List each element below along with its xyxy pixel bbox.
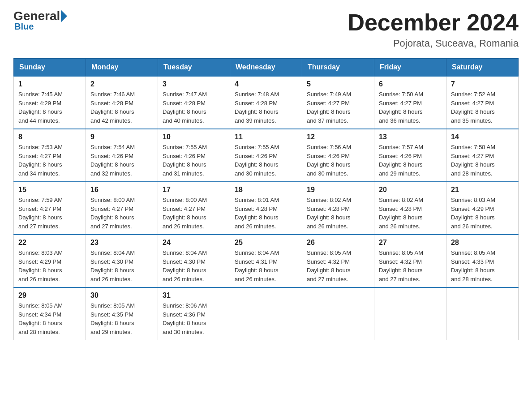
calendar-cell: 9Sunrise: 7:54 AMSunset: 4:26 PMDaylight… [86,129,158,182]
location-text: Pojorata, Suceava, Romania [348,38,519,49]
calendar-cell: 28Sunrise: 8:05 AMSunset: 4:33 PMDayligh… [446,235,519,287]
day-info: Sunrise: 7:52 AMSunset: 4:27 PMDaylight:… [451,90,514,125]
day-number: 12 [307,133,369,141]
day-info: Sunrise: 8:04 AMSunset: 4:31 PMDaylight:… [235,248,297,283]
calendar-week-1: 1Sunrise: 7:45 AMSunset: 4:29 PMDaylight… [14,76,519,129]
calendar-cell: 4Sunrise: 7:48 AMSunset: 4:28 PMDaylight… [230,76,302,129]
day-number: 17 [163,186,225,194]
day-info: Sunrise: 7:47 AMSunset: 4:28 PMDaylight:… [163,90,225,125]
day-info: Sunrise: 8:04 AMSunset: 4:30 PMDaylight:… [163,248,225,283]
day-number: 31 [163,291,225,300]
calendar-cell: 1Sunrise: 7:45 AMSunset: 4:29 PMDaylight… [14,76,86,129]
calendar-week-3: 15Sunrise: 7:59 AMSunset: 4:27 PMDayligh… [14,182,519,235]
calendar-cell: 15Sunrise: 7:59 AMSunset: 4:27 PMDayligh… [14,182,86,235]
calendar-cell: 24Sunrise: 8:04 AMSunset: 4:30 PMDayligh… [158,235,230,287]
weekday-header-sunday: Sunday [14,59,86,77]
day-number: 7 [451,80,514,88]
calendar-cell: 13Sunrise: 7:57 AMSunset: 4:26 PMDayligh… [374,129,446,182]
day-info: Sunrise: 7:49 AMSunset: 4:27 PMDaylight:… [307,90,369,125]
weekday-header-friday: Friday [374,59,446,77]
title-block: December 2024 Pojorata, Suceava, Romania [348,9,519,49]
day-info: Sunrise: 8:03 AMSunset: 4:29 PMDaylight:… [451,196,514,231]
calendar-cell: 25Sunrise: 8:04 AMSunset: 4:31 PMDayligh… [230,235,302,287]
day-info: Sunrise: 8:05 AMSunset: 4:35 PMDaylight:… [90,301,153,336]
calendar-cell: 19Sunrise: 8:02 AMSunset: 4:28 PMDayligh… [302,182,374,235]
day-info: Sunrise: 8:05 AMSunset: 4:32 PMDaylight:… [379,248,442,283]
day-number: 14 [451,133,514,141]
day-number: 24 [163,239,225,247]
day-info: Sunrise: 8:01 AMSunset: 4:28 PMDaylight:… [235,196,297,231]
day-number: 8 [18,133,81,141]
calendar-cell [302,287,374,340]
day-number: 19 [307,186,369,194]
day-number: 1 [18,80,81,88]
calendar-cell: 30Sunrise: 8:05 AMSunset: 4:35 PMDayligh… [86,287,158,340]
calendar-week-5: 29Sunrise: 8:05 AMSunset: 4:34 PMDayligh… [14,287,519,340]
day-info: Sunrise: 8:06 AMSunset: 4:36 PMDaylight:… [163,301,225,336]
day-number: 5 [307,80,369,88]
day-info: Sunrise: 7:45 AMSunset: 4:29 PMDaylight:… [18,90,81,125]
day-number: 30 [90,291,153,300]
calendar-week-2: 8Sunrise: 7:53 AMSunset: 4:27 PMDaylight… [14,129,519,182]
calendar-cell: 17Sunrise: 8:00 AMSunset: 4:27 PMDayligh… [158,182,230,235]
calendar-cell: 22Sunrise: 8:03 AMSunset: 4:29 PMDayligh… [14,235,86,287]
day-number: 22 [18,239,81,247]
calendar-cell: 29Sunrise: 8:05 AMSunset: 4:34 PMDayligh… [14,287,86,340]
day-info: Sunrise: 7:57 AMSunset: 4:26 PMDaylight:… [379,143,442,178]
weekday-header-saturday: Saturday [446,59,519,77]
calendar-cell [230,287,302,340]
day-info: Sunrise: 8:05 AMSunset: 4:33 PMDaylight:… [451,248,514,283]
day-number: 4 [235,80,297,88]
calendar-cell: 21Sunrise: 8:03 AMSunset: 4:29 PMDayligh… [446,182,519,235]
day-info: Sunrise: 7:54 AMSunset: 4:26 PMDaylight:… [90,143,153,178]
day-number: 27 [379,239,442,247]
day-info: Sunrise: 8:02 AMSunset: 4:28 PMDaylight:… [379,196,442,231]
day-info: Sunrise: 7:55 AMSunset: 4:26 PMDaylight:… [163,143,225,178]
calendar-body: 1Sunrise: 7:45 AMSunset: 4:29 PMDaylight… [14,76,519,340]
weekday-header-monday: Monday [86,59,158,77]
day-info: Sunrise: 8:02 AMSunset: 4:28 PMDaylight:… [307,196,369,231]
calendar-cell: 3Sunrise: 7:47 AMSunset: 4:28 PMDaylight… [158,76,230,129]
day-number: 9 [90,133,153,141]
calendar-cell: 14Sunrise: 7:58 AMSunset: 4:27 PMDayligh… [446,129,519,182]
calendar-cell: 18Sunrise: 8:01 AMSunset: 4:28 PMDayligh… [230,182,302,235]
calendar-cell: 31Sunrise: 8:06 AMSunset: 4:36 PMDayligh… [158,287,230,340]
day-number: 20 [379,186,442,194]
weekday-header-wednesday: Wednesday [230,59,302,77]
calendar-cell [374,287,446,340]
calendar-week-4: 22Sunrise: 8:03 AMSunset: 4:29 PMDayligh… [14,235,519,287]
logo-blue-text: Blue [14,21,34,32]
day-info: Sunrise: 8:04 AMSunset: 4:30 PMDaylight:… [90,248,153,283]
day-info: Sunrise: 8:00 AMSunset: 4:27 PMDaylight:… [163,196,225,231]
day-number: 13 [379,133,442,141]
day-number: 23 [90,239,153,247]
logo-arrow-icon [61,10,67,22]
day-number: 3 [163,80,225,88]
day-info: Sunrise: 7:56 AMSunset: 4:26 PMDaylight:… [307,143,369,178]
day-number: 16 [90,186,153,194]
weekday-row: SundayMondayTuesdayWednesdayThursdayFrid… [14,59,519,77]
calendar-cell: 20Sunrise: 8:02 AMSunset: 4:28 PMDayligh… [374,182,446,235]
day-number: 10 [163,133,225,141]
day-info: Sunrise: 8:05 AMSunset: 4:34 PMDaylight:… [18,301,81,336]
day-number: 11 [235,133,297,141]
day-number: 6 [379,80,442,88]
calendar-cell [446,287,519,340]
day-info: Sunrise: 7:58 AMSunset: 4:27 PMDaylight:… [451,143,514,178]
day-info: Sunrise: 7:59 AMSunset: 4:27 PMDaylight:… [18,196,81,231]
day-number: 15 [18,186,81,194]
logo: General Blue [13,9,68,32]
calendar-cell: 16Sunrise: 8:00 AMSunset: 4:27 PMDayligh… [86,182,158,235]
day-info: Sunrise: 7:48 AMSunset: 4:28 PMDaylight:… [235,90,297,125]
day-info: Sunrise: 8:03 AMSunset: 4:29 PMDaylight:… [18,248,81,283]
day-number: 25 [235,239,297,247]
calendar-cell: 12Sunrise: 7:56 AMSunset: 4:26 PMDayligh… [302,129,374,182]
calendar-cell: 11Sunrise: 7:55 AMSunset: 4:26 PMDayligh… [230,129,302,182]
calendar-cell: 23Sunrise: 8:04 AMSunset: 4:30 PMDayligh… [86,235,158,287]
calendar-cell: 8Sunrise: 7:53 AMSunset: 4:27 PMDaylight… [14,129,86,182]
day-number: 18 [235,186,297,194]
day-number: 21 [451,186,514,194]
calendar-cell: 26Sunrise: 8:05 AMSunset: 4:32 PMDayligh… [302,235,374,287]
day-number: 28 [451,239,514,247]
day-info: Sunrise: 8:00 AMSunset: 4:27 PMDaylight:… [90,196,153,231]
